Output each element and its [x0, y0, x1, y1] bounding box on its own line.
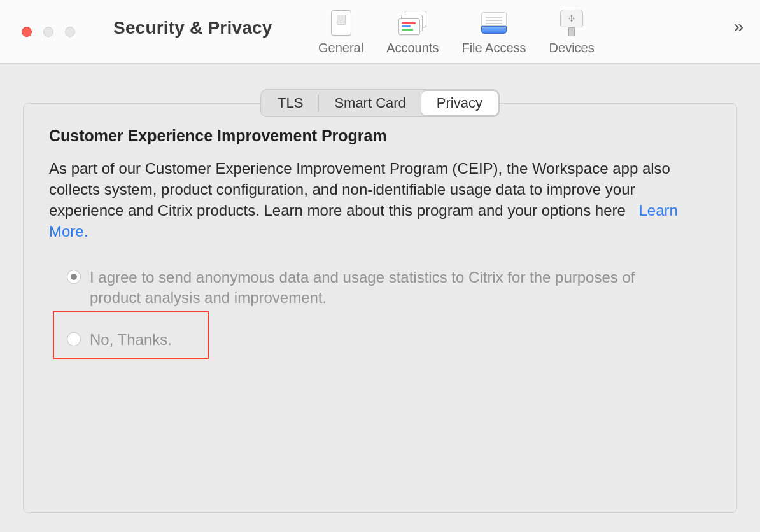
- toolbar-tabs: General Accounts: [318, 9, 595, 55]
- accounts-icon: [398, 9, 426, 37]
- radio-label: I agree to send anonymous data and usage…: [90, 267, 663, 308]
- radio-button-icon: [67, 332, 81, 346]
- window-title: Security & Privacy: [113, 18, 272, 38]
- content-area: TLS Smart Card Privacy Customer Experien…: [0, 64, 760, 532]
- radio-option-decline[interactable]: No, Thanks.: [67, 330, 711, 350]
- devices-icon: [558, 9, 586, 37]
- file-access-icon: [480, 9, 508, 37]
- radio-label: No, Thanks.: [90, 330, 172, 350]
- section-description: As part of our Customer Experience Impro…: [49, 158, 711, 242]
- description-text: As part of our Customer Experience Impro…: [49, 160, 670, 219]
- toolbar-item-label: General: [318, 41, 363, 55]
- tab-privacy[interactable]: Privacy: [421, 90, 498, 116]
- sub-tab-bar: TLS Smart Card Privacy: [260, 89, 500, 117]
- window-controls: [22, 27, 75, 37]
- tab-tls[interactable]: TLS: [262, 91, 318, 115]
- window-zoom-button[interactable]: [65, 27, 75, 37]
- privacy-panel: Customer Experience Improvement Program …: [23, 103, 737, 513]
- window-close-button[interactable]: [22, 27, 32, 37]
- radio-button-icon: [67, 270, 81, 284]
- toolbar-item-accounts[interactable]: Accounts: [386, 9, 439, 55]
- toolbar-overflow-button[interactable]: »: [733, 17, 743, 37]
- section-heading: Customer Experience Improvement Program: [49, 127, 711, 145]
- radio-option-agree[interactable]: I agree to send anonymous data and usage…: [67, 267, 711, 308]
- tab-smart-card[interactable]: Smart Card: [319, 91, 421, 115]
- toolbar-item-file-access[interactable]: File Access: [461, 9, 526, 55]
- toolbar-item-label: Devices: [549, 41, 595, 55]
- general-icon: [327, 9, 355, 37]
- toolbar-item-label: File Access: [461, 41, 526, 55]
- window-minimize-button[interactable]: [43, 27, 53, 37]
- title-toolbar: Security & Privacy General Ac: [0, 0, 760, 64]
- toolbar-item-general[interactable]: General: [318, 9, 363, 55]
- usb-icon: [567, 14, 576, 23]
- ceip-radio-group: I agree to send anonymous data and usage…: [49, 267, 711, 350]
- toolbar-item-devices[interactable]: Devices: [549, 9, 595, 55]
- toolbar-item-label: Accounts: [386, 41, 439, 55]
